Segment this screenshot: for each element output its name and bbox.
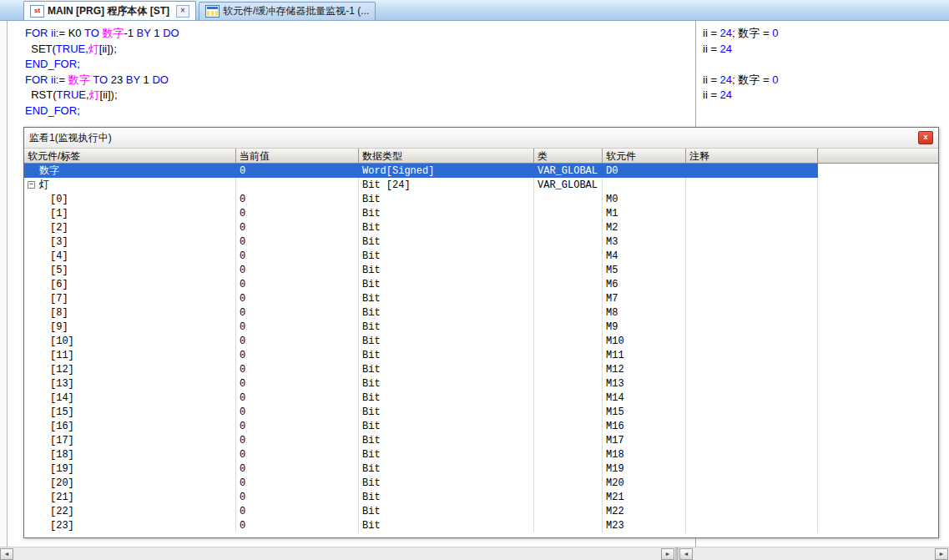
comment-cell[interactable] bbox=[686, 391, 818, 405]
column-header-2[interactable]: 当前值 bbox=[236, 149, 359, 164]
device-label-cell[interactable]: [6] bbox=[24, 277, 236, 291]
watch-row-[11][interactable]: [11]0BitM11 bbox=[24, 348, 938, 362]
device-label-cell[interactable]: [22] bbox=[24, 504, 236, 518]
watch-row-灯[interactable]: −灯Bit [24]VAR_GLOBAL bbox=[24, 178, 938, 192]
current-value-cell[interactable]: 0 bbox=[236, 235, 359, 249]
class-cell[interactable] bbox=[534, 305, 603, 320]
data-type-cell[interactable]: Bit bbox=[359, 320, 534, 334]
scroll-left-button[interactable]: ◄ bbox=[0, 548, 13, 560]
device-label-cell[interactable]: [16] bbox=[24, 419, 236, 433]
data-type-cell[interactable]: Bit bbox=[359, 362, 534, 376]
device-label-cell[interactable]: [9] bbox=[24, 320, 236, 334]
device-cell[interactable]: M10 bbox=[603, 334, 686, 348]
device-cell[interactable]: M12 bbox=[603, 362, 686, 376]
device-cell[interactable]: M14 bbox=[603, 391, 686, 405]
device-cell[interactable]: M19 bbox=[603, 462, 686, 476]
class-cell[interactable] bbox=[534, 206, 603, 220]
device-label-cell[interactable]: [14] bbox=[24, 391, 236, 405]
device-cell[interactable]: M15 bbox=[603, 405, 686, 419]
tab-main-prg-st[interactable]: st MAIN [PRG] 程序本体 [ST] × bbox=[23, 1, 196, 20]
device-label-cell[interactable]: [23] bbox=[24, 518, 236, 532]
comment-cell[interactable] bbox=[686, 178, 818, 192]
class-cell[interactable] bbox=[534, 263, 603, 277]
watch-row-数字[interactable]: 数字0Word[Signed]VAR_GLOBALD0 bbox=[24, 164, 938, 178]
data-type-cell[interactable]: Bit bbox=[359, 291, 534, 305]
class-cell[interactable] bbox=[534, 419, 603, 433]
device-label-cell[interactable]: [8] bbox=[24, 305, 236, 320]
current-value-cell[interactable]: 0 bbox=[236, 263, 359, 277]
device-label-cell[interactable]: [20] bbox=[24, 476, 236, 490]
class-cell[interactable] bbox=[534, 320, 603, 334]
monitor-scroll-right-button[interactable]: ► bbox=[935, 548, 948, 560]
comment-cell[interactable] bbox=[686, 305, 818, 320]
current-value-cell[interactable]: 0 bbox=[236, 504, 359, 518]
current-value-cell[interactable]: 0 bbox=[236, 334, 359, 348]
class-cell[interactable] bbox=[534, 235, 603, 249]
watch-row-[6][interactable]: [6]0BitM6 bbox=[24, 277, 938, 291]
watch-row-[19][interactable]: [19]0BitM19 bbox=[24, 462, 938, 476]
device-cell[interactable]: M18 bbox=[603, 447, 686, 462]
watch-row-[7][interactable]: [7]0BitM7 bbox=[24, 291, 938, 305]
watch-row-[14][interactable]: [14]0BitM14 bbox=[24, 391, 938, 405]
device-label-cell[interactable]: [5] bbox=[24, 263, 236, 277]
device-label-cell[interactable]: [0] bbox=[24, 192, 236, 206]
data-type-cell[interactable]: Bit bbox=[359, 305, 534, 320]
data-type-cell[interactable]: Bit bbox=[359, 490, 534, 504]
device-cell[interactable]: M13 bbox=[603, 376, 686, 391]
device-cell[interactable]: M20 bbox=[603, 476, 686, 490]
current-value-cell[interactable]: 0 bbox=[236, 362, 359, 376]
comment-cell[interactable] bbox=[686, 504, 818, 518]
watch-row-[23][interactable]: [23]0BitM23 bbox=[24, 518, 938, 532]
watch-row-[3][interactable]: [3]0BitM3 bbox=[24, 235, 938, 249]
comment-cell[interactable] bbox=[686, 419, 818, 433]
device-label-cell[interactable]: [2] bbox=[24, 220, 236, 235]
watch-row-[2][interactable]: [2]0BitM2 bbox=[24, 220, 938, 235]
collapse-icon[interactable]: − bbox=[28, 181, 35, 189]
data-type-cell[interactable]: Bit bbox=[359, 391, 534, 405]
column-header-6[interactable]: 注释 bbox=[686, 149, 818, 164]
scrollbar-splitter[interactable] bbox=[675, 547, 679, 560]
data-type-cell[interactable]: Bit bbox=[359, 405, 534, 419]
comment-cell[interactable] bbox=[686, 376, 818, 391]
data-type-cell[interactable]: Bit bbox=[359, 192, 534, 206]
watch-row-[5][interactable]: [5]0BitM5 bbox=[24, 263, 938, 277]
watch-row-[0][interactable]: [0]0BitM0 bbox=[24, 192, 938, 206]
current-value-cell[interactable]: 0 bbox=[236, 419, 359, 433]
current-value-cell[interactable]: 0 bbox=[236, 405, 359, 419]
device-cell[interactable]: M8 bbox=[603, 305, 686, 320]
device-label-cell[interactable]: [10] bbox=[24, 334, 236, 348]
device-label-cell[interactable]: [13] bbox=[24, 376, 236, 391]
class-cell[interactable] bbox=[534, 490, 603, 504]
device-cell[interactable]: M21 bbox=[603, 490, 686, 504]
current-value-cell[interactable]: 0 bbox=[236, 206, 359, 220]
class-cell[interactable] bbox=[534, 348, 603, 362]
data-type-cell[interactable]: Bit bbox=[359, 235, 534, 249]
class-cell[interactable] bbox=[534, 220, 603, 235]
comment-cell[interactable] bbox=[686, 490, 818, 504]
data-type-cell[interactable]: Bit bbox=[359, 476, 534, 490]
class-cell[interactable] bbox=[534, 277, 603, 291]
watch-row-[15][interactable]: [15]0BitM15 bbox=[24, 405, 938, 419]
device-cell[interactable]: M0 bbox=[603, 192, 686, 206]
data-type-cell[interactable]: Bit bbox=[359, 220, 534, 235]
comment-cell[interactable] bbox=[686, 263, 818, 277]
device-cell[interactable]: M7 bbox=[603, 291, 686, 305]
watch-row-[8][interactable]: [8]0BitM8 bbox=[24, 305, 938, 320]
watch-row-[10][interactable]: [10]0BitM10 bbox=[24, 334, 938, 348]
device-cell[interactable]: M9 bbox=[603, 320, 686, 334]
device-label-cell[interactable]: [1] bbox=[24, 206, 236, 220]
comment-cell[interactable] bbox=[686, 235, 818, 249]
current-value-cell[interactable]: 0 bbox=[236, 291, 359, 305]
class-cell[interactable] bbox=[534, 291, 603, 305]
device-cell[interactable]: M3 bbox=[603, 235, 686, 249]
comment-cell[interactable] bbox=[686, 320, 818, 334]
data-type-cell[interactable]: Bit bbox=[359, 249, 534, 263]
data-type-cell[interactable]: Bit bbox=[359, 462, 534, 476]
device-label-cell[interactable]: 数字 bbox=[24, 164, 236, 178]
comment-cell[interactable] bbox=[686, 334, 818, 348]
current-value-cell[interactable]: 0 bbox=[236, 433, 359, 447]
class-cell[interactable]: VAR_GLOBAL bbox=[534, 164, 603, 178]
device-cell[interactable] bbox=[603, 178, 686, 192]
current-value-cell[interactable]: 0 bbox=[236, 164, 359, 178]
watch-row-[17][interactable]: [17]0BitM17 bbox=[24, 433, 938, 447]
